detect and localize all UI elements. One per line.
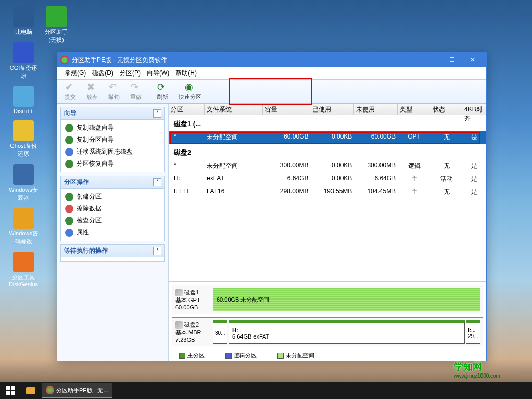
highlight-box	[229, 78, 312, 105]
column-header[interactable]: 4KB对齐	[462, 104, 486, 115]
disk-map[interactable]: 磁盘1基本 GPT60.00GB60.00GB 未分配空间	[172, 285, 483, 314]
legend-item: 主分区	[179, 352, 205, 359]
watermark: 学知网 www.jmqz1000.com	[454, 360, 532, 381]
titlebar[interactable]: 分区助手PE版 - 无损分区免费软件 ─ ☐ ✕	[57, 53, 486, 67]
column-header[interactable]: 容量	[263, 104, 310, 115]
toolbar-刷新[interactable]: ⟳刷新	[151, 81, 173, 102]
app-icon	[60, 56, 69, 64]
panel-header[interactable]: 等待执行的操作˄	[61, 245, 164, 257]
partition-row[interactable]: *未分配空间60.00GB0.00KB60.00GBGPT无是	[169, 131, 486, 144]
sidebar-item[interactable]: 擦除数据	[62, 203, 163, 215]
disk-header[interactable]: 磁盘1 (...	[169, 115, 486, 131]
collapse-button[interactable]: ˄	[153, 109, 161, 118]
svg-rect-1	[11, 386, 15, 390]
taskbar-app-icon	[46, 386, 54, 394]
taskbar: 分区助手PE版 - 无...	[0, 382, 532, 399]
menu-item[interactable]: 向导(W)	[144, 69, 172, 78]
legend-item: 未分配空间	[277, 352, 314, 359]
collapse-button[interactable]: ˄	[153, 178, 161, 186]
sidebar-item[interactable]: 检查分区	[62, 215, 163, 227]
desktop-icon[interactable]: Windows密码修改	[8, 207, 39, 246]
desktop-icon[interactable]: 此电脑	[8, 5, 39, 37]
panel-header[interactable]: 向导˄	[61, 107, 164, 120]
taskbar-explorer[interactable]	[22, 383, 40, 398]
sidebar: 向导˄复制磁盘向导复制分区向导迁移系统到固态磁盘分区恢复向导分区操作˄创建分区擦…	[57, 104, 169, 361]
column-header[interactable]: 状态	[430, 104, 462, 115]
disk-maps: 磁盘1基本 GPT60.00GB60.00GB 未分配空间磁盘2基本 MBR7.…	[169, 281, 486, 350]
sidebar-panel: 分区操作˄创建分区擦除数据检查分区属性	[60, 176, 165, 241]
sidebar-item[interactable]: 创建分区	[62, 191, 163, 203]
column-header[interactable]: 已使用	[310, 104, 354, 115]
desktop-icons-col2: 分区助手(无损)	[41, 5, 72, 45]
column-header[interactable]: 分区	[169, 104, 205, 115]
partition-row[interactable]: I: EFIFAT16298.00MB193.55MB104.45MB主无是	[169, 185, 486, 198]
collapse-button[interactable]: ˄	[153, 247, 161, 255]
legend-item: 逻辑分区	[225, 352, 257, 359]
disk-info: 磁盘2基本 MBR7.23GB	[174, 320, 211, 344]
sidebar-item[interactable]: 分区恢复向导	[62, 158, 163, 170]
maximize-button[interactable]: ☐	[441, 53, 462, 67]
column-header[interactable]: 文件系统	[205, 104, 263, 115]
taskbar-app[interactable]: 分区助手PE版 - 无...	[42, 383, 112, 398]
start-button[interactable]	[0, 382, 21, 399]
partition-list[interactable]: 磁盘1 (...*未分配空间60.00GB0.00KB60.00GBGPT无是磁…	[169, 115, 486, 281]
svg-rect-3	[11, 391, 15, 395]
toolbar: ✔提交✖放弃↶撤销↷重做⟳刷新◉快速分区	[57, 80, 486, 104]
menu-item[interactable]: 分区(P)	[117, 69, 144, 78]
disk-segment[interactable]: I:...29...	[466, 320, 480, 344]
toolbar-放弃[interactable]: ✖放弃	[81, 81, 103, 102]
desktop-icon[interactable]: Dism++	[8, 85, 39, 115]
menubar: 常规(G)磁盘(D)分区(P)向导(W)帮助(H)	[57, 67, 486, 80]
toolbar-重做[interactable]: ↷重做	[125, 81, 147, 102]
column-header[interactable]: 类型	[398, 104, 430, 115]
desktop-icon[interactable]: 分区工具DiskGenius	[8, 251, 39, 289]
main-panel: 分区文件系统容量已使用未使用类型状态4KB对齐 磁盘1 (...*未分配空间60…	[169, 104, 486, 361]
sidebar-item[interactable]: 迁移系统到固态磁盘	[62, 146, 163, 158]
close-button[interactable]: ✕	[462, 53, 483, 67]
svg-rect-2	[6, 391, 10, 395]
column-header[interactable]: 未使用	[354, 104, 398, 115]
desktop-icon[interactable]: Windows安装器	[8, 163, 39, 203]
panel-header[interactable]: 分区操作˄	[61, 176, 164, 189]
toolbar-提交[interactable]: ✔提交	[59, 81, 81, 102]
sidebar-item[interactable]: 属性	[62, 227, 163, 239]
desktop-icon[interactable]: Ghost备份还原	[8, 119, 39, 159]
menu-item[interactable]: 常规(G)	[61, 69, 89, 78]
legend: 主分区逻辑分区未分配空间	[169, 350, 486, 361]
column-headers: 分区文件系统容量已使用未使用类型状态4KB对齐	[169, 104, 486, 115]
partition-row[interactable]: *未分配空间300.00MB0.00KB300.00MB逻辑无是	[169, 159, 486, 172]
sidebar-panel: 向导˄复制磁盘向导复制分区向导迁移系统到固态磁盘分区恢复向导	[60, 107, 165, 172]
disk-segment[interactable]: 60.00GB 未分配空间	[213, 288, 480, 311]
app-window: 分区助手PE版 - 无损分区免费软件 ─ ☐ ✕ 常规(G)磁盘(D)分区(P)…	[57, 52, 487, 361]
minimize-button[interactable]: ─	[421, 53, 441, 67]
sidebar-item[interactable]: 复制分区向导	[62, 134, 163, 146]
desktop-icon[interactable]: 分区助手(无损)	[41, 5, 72, 45]
menu-item[interactable]: 帮助(H)	[172, 69, 200, 78]
disk-segment[interactable]: 30...	[213, 320, 227, 344]
disk-segment[interactable]: H:6.64GB exFAT	[229, 320, 465, 344]
window-title: 分区助手PE版 - 无损分区免费软件	[72, 56, 167, 65]
svg-rect-0	[6, 386, 10, 390]
disk-header[interactable]: 磁盘2	[169, 144, 486, 159]
disk-map[interactable]: 磁盘2基本 MBR7.23GB30...H:6.64GB exFATI:...2…	[172, 317, 483, 346]
toolbar-撤销[interactable]: ↶撤销	[103, 81, 125, 102]
desktop-icons-col1: 此电脑CGI备份还原Dism++Ghost备份还原Windows安装器Windo…	[8, 5, 39, 289]
toolbar-快速分区[interactable]: ◉快速分区	[173, 81, 207, 102]
partition-row[interactable]: H:exFAT6.64GB0.00KB6.64GB主活动是	[169, 172, 486, 185]
desktop-icon[interactable]: CGI备份还原	[8, 41, 39, 81]
sidebar-panel: 等待执行的操作˄	[60, 244, 165, 262]
sidebar-item[interactable]: 复制磁盘向导	[62, 122, 163, 134]
menu-item[interactable]: 磁盘(D)	[89, 69, 117, 78]
disk-info: 磁盘1基本 GPT60.00GB	[174, 288, 211, 311]
